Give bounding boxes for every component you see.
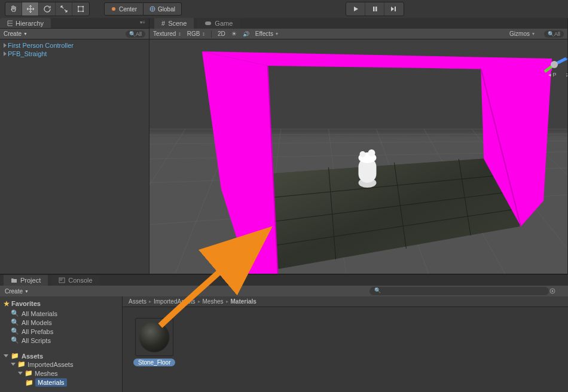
svg-point-2: [83, 6, 84, 7]
pivot-toggle[interactable]: Center Global: [104, 2, 182, 16]
svg-text:z: z: [566, 72, 567, 76]
hierarchy-search[interactable]: 🔍All: [126, 30, 145, 38]
gizmos-dropdown[interactable]: Gizmos▾: [509, 30, 535, 37]
rotate-tool[interactable]: [39, 2, 56, 16]
project-create-button[interactable]: Create ▼: [5, 288, 29, 295]
project-tree[interactable]: ★ Favorites 🔍All Materials 🔍All Models 🔍…: [0, 296, 123, 392]
search-icon: 🔍: [129, 31, 136, 37]
svg-marker-33: [202, 51, 278, 274]
svg-rect-8: [375, 7, 377, 11]
play-button[interactable]: [346, 2, 365, 16]
game-tab[interactable]: Game: [197, 18, 240, 29]
scene-icon: #: [161, 20, 165, 27]
project-search[interactable]: 🔍: [369, 287, 549, 295]
light-icon[interactable]: ☀: [231, 30, 237, 37]
hierarchy-item[interactable]: PFB_Straight: [2, 50, 146, 58]
axis-gizmo[interactable]: z ◂ P: [540, 50, 567, 76]
svg-rect-9: [395, 7, 396, 11]
folder-icon: 📁: [25, 379, 33, 387]
rect-tool[interactable]: [72, 2, 89, 16]
pivot-global-button[interactable]: Global: [143, 2, 182, 16]
shading-dropdown[interactable]: Textured‡: [153, 30, 181, 37]
effects-dropdown[interactable]: Effects▾: [255, 30, 278, 37]
hierarchy-tab[interactable]: Hierarchy: [0, 18, 51, 28]
scale-tool[interactable]: [56, 2, 72, 16]
tree-item[interactable]: 📁 Meshes: [4, 369, 118, 378]
material-thumb[interactable]: [135, 318, 173, 356]
audio-icon[interactable]: 🔊: [243, 31, 249, 37]
panel-options[interactable]: ▾≡: [136, 18, 149, 28]
hierarchy-tab-label: Hierarchy: [16, 20, 44, 27]
svg-rect-7: [373, 7, 375, 11]
scene-search[interactable]: 🔍All: [544, 30, 564, 38]
favorite-item[interactable]: 🔍All Scripts: [4, 336, 118, 345]
project-tab[interactable]: Project: [4, 275, 48, 286]
scene-viewport[interactable]: z ◂ P: [149, 39, 567, 274]
step-button[interactable]: [384, 2, 404, 16]
breadcrumb[interactable]: Assets ▸ ImportedAssets ▸ Meshes ▸ Mater…: [123, 296, 568, 307]
transform-tools[interactable]: [5, 2, 90, 16]
star-icon: ★: [4, 300, 10, 307]
favorite-item[interactable]: 🔍All Models: [4, 318, 118, 327]
svg-rect-0: [78, 7, 83, 11]
svg-point-42: [368, 149, 375, 157]
expand-icon[interactable]: [11, 363, 16, 366]
svg-line-17: [149, 129, 185, 274]
scene-panel: # Scene Game Textured‡ RGB‡ 2D ☀ 🔊 Effec…: [149, 18, 568, 274]
folder-icon: [11, 277, 17, 283]
pivot-global-label: Global: [158, 6, 175, 13]
console-tab[interactable]: Console: [51, 275, 99, 286]
svg-rect-10: [205, 22, 211, 25]
expand-icon[interactable]: [4, 51, 7, 56]
pause-button[interactable]: [365, 2, 384, 16]
favorite-item[interactable]: 🔍All Materials: [4, 309, 118, 318]
pivot-center-button[interactable]: Center: [104, 2, 143, 16]
svg-point-41: [359, 151, 365, 157]
asset-label: Stone_Floor: [133, 359, 175, 366]
folder-icon: 📁: [25, 369, 33, 377]
pivot-center-label: Center: [119, 6, 137, 13]
scene-tab[interactable]: # Scene: [154, 18, 194, 29]
hierarchy-panel: Hierarchy ▾≡ Create ▼ 🔍All First Person …: [0, 18, 149, 274]
move-tool[interactable]: [22, 2, 39, 16]
hierarchy-icon: [7, 20, 13, 26]
colormode-dropdown[interactable]: RGB‡: [187, 30, 205, 37]
expand-icon[interactable]: [18, 372, 23, 375]
hierarchy-list[interactable]: First Person Controller PFB_Straight: [0, 39, 149, 274]
svg-point-3: [78, 11, 79, 12]
player-capsule: [359, 149, 377, 188]
svg-marker-26: [266, 156, 521, 270]
svg-point-5: [112, 7, 115, 11]
svg-point-50: [552, 290, 554, 292]
search-icon: 🔍: [11, 336, 19, 344]
play-controls[interactable]: [346, 2, 404, 16]
expand-icon[interactable]: [4, 43, 7, 48]
expand-icon[interactable]: [4, 354, 8, 357]
game-icon: [204, 20, 212, 26]
tree-item[interactable]: 📁 ImportedAssets: [4, 360, 118, 369]
filter-button[interactable]: [549, 287, 563, 295]
folder-icon: 📁: [11, 352, 19, 360]
hand-tool[interactable]: [5, 2, 22, 16]
hierarchy-create-button[interactable]: Create ▼: [4, 30, 28, 37]
search-icon: 🔍: [11, 318, 19, 326]
svg-point-1: [78, 6, 79, 7]
asset-grid[interactable]: Stone_Floor: [123, 307, 568, 392]
create-label: Create: [4, 30, 22, 37]
hierarchy-item[interactable]: First Person Controller: [2, 41, 146, 50]
svg-point-4: [83, 11, 84, 12]
search-icon: 🔍: [11, 310, 19, 317]
2d-toggle[interactable]: 2D: [218, 30, 225, 37]
search-icon: 🔍: [11, 327, 19, 335]
svg-point-46: [551, 61, 558, 68]
favorite-item[interactable]: 🔍All Prefabs: [4, 327, 118, 336]
tree-item-selected[interactable]: 📁 Materials: [4, 378, 118, 387]
console-icon: [59, 277, 65, 283]
asset-item-stone-floor[interactable]: Stone_Floor: [133, 318, 175, 366]
folder-icon: 📁: [17, 360, 26, 368]
